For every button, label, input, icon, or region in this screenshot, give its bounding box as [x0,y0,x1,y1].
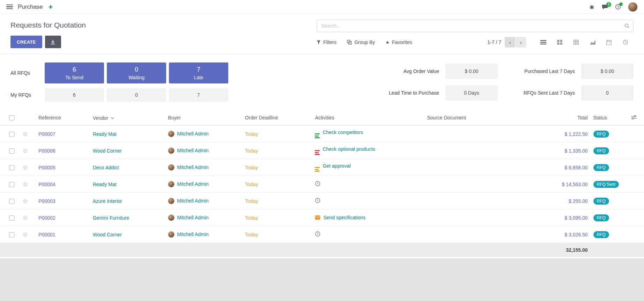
vendor-link[interactable]: Ready Mat [93,131,117,137]
my-late-tile[interactable]: 7 [169,88,228,102]
row-checkbox[interactable] [9,148,14,154]
favorite-star-icon[interactable]: ☆ [22,131,28,138]
my-to-send-tile[interactable]: 6 [45,88,104,102]
buyer-avatar [168,231,175,238]
reference-link[interactable]: P00004 [38,182,55,187]
table-row[interactable]: ☆ P00002 Gemini Furniture Mitchell Admin… [0,210,644,226]
group-by-button[interactable]: Group By [347,39,375,45]
favorite-star-icon[interactable]: ☆ [22,164,28,171]
row-checkbox[interactable] [9,232,14,237]
rfq-list-table: Reference Vendor Buyer Order Deadline Ac… [0,110,644,257]
create-button[interactable]: CREATE [10,36,42,48]
vendor-link[interactable]: Deco Addict [93,165,119,170]
favorite-star-icon[interactable]: ☆ [22,147,28,154]
table-row[interactable]: ☆ P00001 Wood Corner Mitchell Admin Toda… [0,226,644,243]
status-badge: RFQ [593,214,609,221]
vendor-link[interactable]: Ready Mat [93,182,117,187]
row-checkbox[interactable] [9,199,14,204]
total-value: $ 1,335.00 [564,148,587,154]
export-button[interactable] [45,36,61,48]
activity-tasks-icon[interactable] [315,167,320,171]
row-checkbox[interactable] [9,182,14,187]
reference-link[interactable]: P00007 [38,131,55,137]
vendor-link[interactable]: Azure Interior [93,198,122,204]
reference-link[interactable]: P00005 [38,165,55,170]
header-total[interactable]: Total [513,110,591,126]
activities-clock-icon[interactable] [615,4,621,10]
view-calendar-button[interactable] [601,37,617,48]
table-row[interactable]: ☆ P00005 Deco Addict Mitchell Admin Toda… [0,159,644,176]
rfqs-sent-last-7-days-label: RFQs Sent Last 7 Days [504,90,575,96]
pager-previous-button[interactable]: ‹ [505,37,515,47]
activity-clock-icon[interactable] [315,199,320,204]
activity-tasks-icon[interactable] [315,133,320,138]
buyer-link[interactable]: Mitchell Admin [177,232,208,237]
all-waiting-tile[interactable]: 0 Waiting [107,63,166,83]
table-row[interactable]: ☆ P00004 Ready Mat Mitchell Admin Today … [0,176,644,193]
header-activities[interactable]: Activities [312,110,424,126]
activity-tasks-icon[interactable] [315,150,320,155]
row-checkbox[interactable] [9,215,14,221]
messages-icon[interactable]: 5 [602,4,608,10]
buyer-link[interactable]: Mitchell Admin [177,164,208,170]
view-activity-button[interactable] [617,37,634,48]
buyer-link[interactable]: Mitchell Admin [177,181,208,187]
apps-menu-icon[interactable] [6,5,13,9]
view-list-button[interactable] [535,37,552,48]
activity-link[interactable]: Get approval [323,163,350,169]
source-document-cell [424,126,513,142]
header-vendor[interactable]: Vendor [90,110,165,126]
search-input[interactable] [317,20,634,32]
activity-clock-icon[interactable] [315,232,320,238]
header-status[interactable]: Status [591,110,628,126]
buyer-link[interactable]: Mitchell Admin [177,198,208,204]
header-reference[interactable]: Reference [36,110,90,126]
table-row[interactable]: ☆ P00006 Wood Corner Mitchell Admin Toda… [0,142,644,159]
activity-link[interactable]: Send specifications [323,215,365,220]
vendor-link[interactable]: Gemini Furniture [93,215,129,221]
view-pivot-button[interactable] [568,37,584,48]
all-to-send-tile[interactable]: 6 To Send [45,63,104,83]
reference-link[interactable]: P00006 [38,148,55,154]
activity-email-icon[interactable] [315,215,320,221]
row-checkbox[interactable] [9,132,14,137]
view-graph-button[interactable] [584,37,601,48]
table-row[interactable]: ☆ P00003 Azure Interior Mitchell Admin T… [0,193,644,210]
optional-columns-button[interactable] [628,110,644,126]
buyer-link[interactable]: Mitchell Admin [177,148,208,153]
buyer-link[interactable]: Mitchell Admin [177,131,208,137]
app-title[interactable]: Purchase [18,3,43,10]
favorite-star-icon[interactable]: ☆ [22,231,28,238]
source-document-cell [424,193,513,210]
activity-clock-icon[interactable] [315,182,320,188]
pager-next-button[interactable]: › [516,37,526,47]
reference-link[interactable]: P00003 [38,198,55,204]
buyer-link[interactable]: Mitchell Admin [177,215,208,220]
reference-link[interactable]: P00002 [38,215,55,221]
view-kanban-button[interactable] [552,37,568,48]
debug-bug-icon[interactable] [589,4,595,10]
table-row[interactable]: ☆ P00007 Ready Mat Mitchell Admin Today … [0,126,644,142]
activity-link[interactable]: Check optional products [323,146,375,152]
select-all-checkbox[interactable] [9,115,14,120]
control-panel: Requests for Quotation CREATE Filte [0,14,644,54]
my-waiting-tile[interactable]: 0 [107,88,166,102]
activity-link[interactable]: Check competitors [323,130,363,135]
header-order-deadline[interactable]: Order Deadline [242,110,312,126]
user-avatar[interactable] [628,2,638,12]
row-checkbox[interactable] [9,165,14,170]
reference-link[interactable]: P00001 [38,232,55,237]
purchased-last-7-days-label: Purchased Last 7 Days [504,68,575,74]
search-icon[interactable] [624,23,630,30]
all-late-tile[interactable]: 7 Late [169,63,228,83]
vendor-link[interactable]: Wood Corner [93,232,122,237]
plus-icon[interactable]: + [49,3,53,10]
favorite-star-icon[interactable]: ☆ [22,214,28,221]
header-source-document[interactable]: Source Document [424,110,513,126]
favorites-button[interactable]: ★ Favorites [385,39,412,45]
favorite-star-icon[interactable]: ☆ [22,198,28,205]
filters-button[interactable]: Filters [317,39,336,45]
header-buyer[interactable]: Buyer [165,110,242,126]
vendor-link[interactable]: Wood Corner [93,148,122,154]
favorite-star-icon[interactable]: ☆ [22,181,28,188]
